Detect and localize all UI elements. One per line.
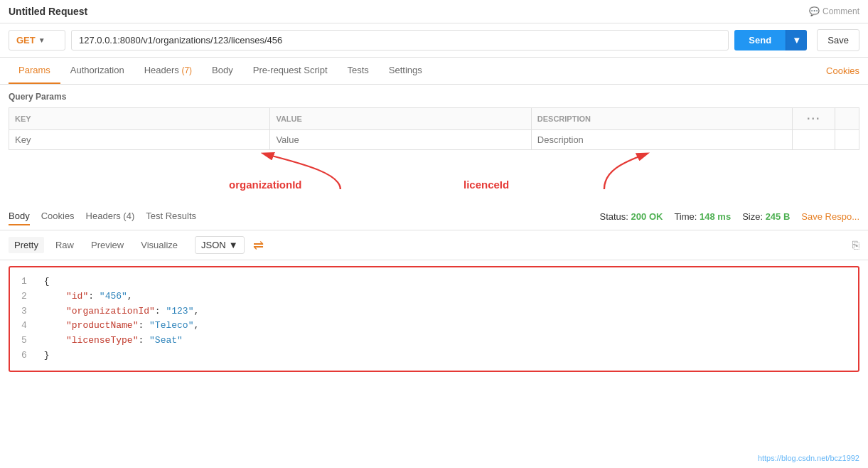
tab-settings[interactable]: Settings <box>379 58 432 84</box>
annotation-area: organizationId licenceId <box>9 150 859 203</box>
param-key-input[interactable] <box>15 134 264 145</box>
format-tab-visualize[interactable]: Visualize <box>135 237 183 253</box>
comment-button[interactable]: 💬 Comment <box>809 6 859 16</box>
json-line-1: 1 { <box>21 275 847 289</box>
tab-headers[interactable]: Headers (7) <box>134 58 202 84</box>
request-tabs: Params Authorization Headers (7) Body Pr… <box>0 58 868 85</box>
wrap-button[interactable]: ⇌ <box>253 238 264 253</box>
send-dropdown-button[interactable]: ▼ <box>786 30 807 50</box>
param-value-input[interactable] <box>276 134 525 145</box>
send-button[interactable]: Send <box>734 30 786 50</box>
format-tab-pretty[interactable]: Pretty <box>9 237 44 253</box>
body-format-row: Pretty Raw Preview Visualize JSON ▼ ⇌ ⎘ <box>0 230 868 260</box>
json-line-3: 3 "organizationId": "123", <box>21 304 847 319</box>
request-bar: GET ▼ Send ▼ Save <box>0 23 868 58</box>
tab-body[interactable]: Body <box>202 58 243 84</box>
url-input[interactable] <box>71 30 729 50</box>
bulk-actions-icon[interactable]: ··· <box>807 112 820 124</box>
response-tab-headers[interactable]: Headers (4) <box>86 208 135 225</box>
tab-tests[interactable]: Tests <box>338 58 379 84</box>
format-tab-raw[interactable]: Raw <box>50 237 80 253</box>
format-select-value: JSON <box>201 240 226 250</box>
page-title: Untitled Request <box>9 6 803 17</box>
tab-authorization[interactable]: Authorization <box>60 58 134 84</box>
top-bar: Untitled Request 💬 Comment <box>0 0 868 23</box>
col-header-desc: DESCRIPTION <box>531 108 792 130</box>
save-button[interactable]: Save <box>817 29 859 51</box>
collapse-icon[interactable]: ⎘ <box>852 239 859 252</box>
method-dropdown-arrow: ▼ <box>38 36 45 44</box>
col-header-key: KEY <box>9 108 270 130</box>
annotation-org-label: organizationId <box>229 179 302 191</box>
time-label: Time: 148 ms <box>674 211 731 222</box>
size-label: Size: 245 B <box>742 211 790 222</box>
response-tab-cookies[interactable]: Cookies <box>41 208 75 225</box>
headers-badge: (4) <box>123 211 134 221</box>
annotation-license-label: licenceId <box>464 179 509 191</box>
status-label: Status: 200 OK <box>600 211 663 222</box>
col-header-value: VALUE <box>270 108 531 130</box>
response-meta: Status: 200 OK Time: 148 ms Size: 245 B … <box>600 211 860 222</box>
json-line-6: 6 } <box>21 349 847 363</box>
size-value: 245 B <box>766 211 791 222</box>
tab-params[interactable]: Params <box>9 58 60 84</box>
method-value: GET <box>16 35 36 46</box>
time-value: 148 ms <box>700 211 731 222</box>
table-row <box>9 130 859 150</box>
params-table: KEY VALUE DESCRIPTION ··· <box>9 107 859 150</box>
format-tab-preview[interactable]: Preview <box>85 237 129 253</box>
status-value: 200 OK <box>631 211 663 222</box>
format-select-arrow: ▼ <box>229 240 238 250</box>
tab-pre-request[interactable]: Pre-request Script <box>243 58 338 84</box>
response-tab-test-results[interactable]: Test Results <box>146 208 196 225</box>
col-header-bulk <box>835 108 859 130</box>
comment-icon: 💬 <box>809 6 820 16</box>
json-line-5: 5 "licenseType": "Seat" <box>21 334 847 349</box>
send-btn-group: Send ▼ <box>734 30 807 50</box>
response-tab-body[interactable]: Body <box>9 208 30 225</box>
query-params-section: Query Params KEY VALUE DESCRIPTION ··· <box>0 85 868 150</box>
query-params-label: Query Params <box>9 92 859 102</box>
json-line-4: 4 "productName": "Teleco", <box>21 319 847 334</box>
response-tabs-row: Body Cookies Headers (4) Test Results St… <box>0 203 868 230</box>
col-header-actions: ··· <box>793 108 835 130</box>
method-select[interactable]: GET ▼ <box>9 30 65 50</box>
format-select-dropdown[interactable]: JSON ▼ <box>195 236 245 254</box>
cookies-link[interactable]: Cookies <box>826 65 859 76</box>
param-desc-input[interactable] <box>537 134 786 145</box>
save-response-button[interactable]: Save Respo... <box>801 211 859 222</box>
json-viewer: 1 { 2 "id": "456", 3 "organizationId": "… <box>9 266 859 372</box>
json-line-2: 2 "id": "456", <box>21 289 847 304</box>
comment-label: Comment <box>823 6 859 16</box>
